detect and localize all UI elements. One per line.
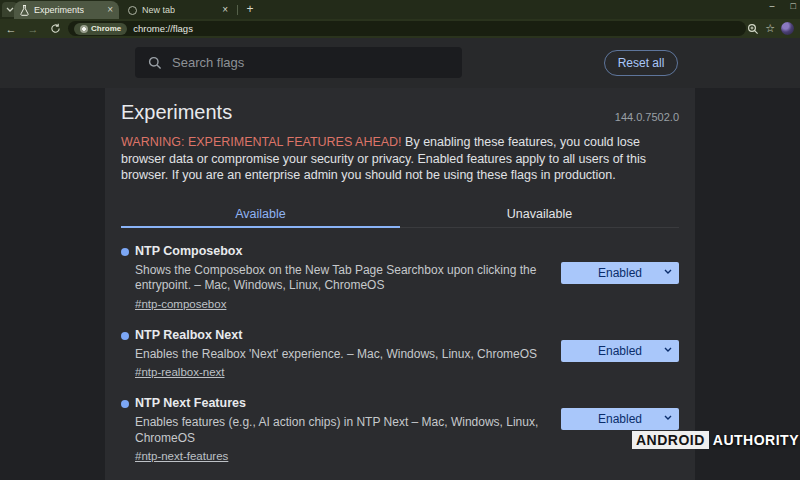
- forward-button[interactable]: →: [22, 23, 44, 35]
- search-flags-box[interactable]: [135, 47, 462, 78]
- chrome-logo-icon: [80, 25, 88, 33]
- flag-list: NTP Composebox Shows the Composebox on t…: [121, 244, 679, 465]
- chevron-down-icon: [664, 347, 672, 352]
- flag-state-value: Enabled: [561, 344, 679, 358]
- back-button[interactable]: ←: [0, 23, 22, 35]
- flag-state-select[interactable]: Enabled: [561, 340, 679, 362]
- tab-title: Experiments: [34, 5, 84, 15]
- chevron-down-icon: [6, 7, 14, 12]
- tab-unavailable[interactable]: Unavailable: [400, 202, 679, 227]
- search-icon: [148, 56, 162, 70]
- watermark-badge: ANDROID: [632, 431, 709, 449]
- profile-avatar[interactable]: [781, 22, 794, 35]
- flag-bullet-icon: [121, 248, 129, 256]
- tab-divider: [237, 5, 238, 15]
- active-tab-indicator: [121, 226, 400, 228]
- flag-permalink[interactable]: #ntp-next-features: [135, 450, 228, 462]
- flag-name: NTP Composebox: [135, 244, 679, 258]
- chrome-version: 144.0.7502.0: [615, 111, 679, 123]
- chrome-internal-chip[interactable]: Chrome: [74, 23, 127, 35]
- flag-state-value: Enabled: [561, 412, 679, 426]
- flag-state-value: Enabled: [561, 266, 679, 280]
- flag-description: Enables features (e.g., AI action chips)…: [135, 415, 567, 446]
- chip-label: Chrome: [91, 24, 121, 33]
- flag-bullet-icon: [121, 400, 129, 408]
- address-bar[interactable]: Chrome chrome://flags: [68, 21, 746, 36]
- page-title: Experiments: [121, 101, 679, 124]
- search-flags-input[interactable]: [172, 55, 449, 70]
- new-tab-favicon-icon: [128, 6, 137, 15]
- tab-new-tab[interactable]: New tab ×: [122, 1, 234, 19]
- chevron-down-icon: [664, 269, 672, 274]
- flag-permalink[interactable]: #ntp-composebox: [135, 298, 226, 310]
- toolbar-right: ☆: [747, 22, 800, 35]
- zoom-icon[interactable]: [747, 23, 759, 35]
- flag-description: Enables the Realbox 'Next' experience. –…: [135, 347, 567, 363]
- flag-permalink[interactable]: #ntp-realbox-next: [135, 366, 225, 378]
- close-tab-icon[interactable]: ×: [107, 5, 113, 15]
- page-head: Experiments 144.0.7502.0: [121, 101, 679, 124]
- tab-title: New tab: [142, 5, 175, 15]
- flag-row-ntp-realbox-next: NTP Realbox Next Enables the Realbox 'Ne…: [121, 328, 679, 381]
- warning-highlight: WARNING: EXPERIMENTAL FEATURES AHEAD!: [121, 135, 402, 149]
- reload-button[interactable]: [44, 23, 66, 34]
- browser-tab-strip: Experiments × New tab × + – □: [0, 0, 800, 19]
- flag-state-select[interactable]: Enabled: [561, 262, 679, 284]
- window-controls: – □: [770, 0, 796, 14]
- availability-tabs: Available Unavailable: [121, 202, 679, 228]
- flask-icon: [20, 5, 29, 16]
- watermark-text: AUTHORITY: [713, 432, 799, 448]
- flag-state-select[interactable]: Enabled: [561, 408, 679, 430]
- android-authority-watermark: ANDROID AUTHORITY: [632, 431, 799, 449]
- flag-description: Shows the Composebox on the New Tab Page…: [135, 263, 567, 294]
- new-tab-button[interactable]: +: [243, 2, 257, 16]
- url-text: chrome://flags: [133, 23, 193, 34]
- tab-available[interactable]: Available: [121, 202, 400, 227]
- reset-all-button[interactable]: Reset all: [604, 50, 678, 76]
- flag-row-ntp-next-features: NTP Next Features Enables features (e.g.…: [121, 396, 679, 464]
- experimental-warning: WARNING: EXPERIMENTAL FEATURES AHEAD! By…: [121, 134, 678, 184]
- tab-experiments[interactable]: Experiments ×: [14, 1, 119, 19]
- chevron-down-icon: [664, 415, 672, 420]
- close-tab-icon[interactable]: ×: [222, 5, 228, 15]
- flag-row-ntp-composebox: NTP Composebox Shows the Composebox on t…: [121, 244, 679, 312]
- browser-toolbar: ← → Chrome chrome://flags ☆: [0, 19, 800, 38]
- flags-search-header: Reset all: [0, 38, 800, 88]
- flag-bullet-icon: [121, 332, 129, 340]
- maximize-button[interactable]: □: [791, 0, 796, 14]
- flags-content: Experiments 144.0.7502.0 WARNING: EXPERI…: [105, 88, 695, 480]
- bookmark-star-icon[interactable]: ☆: [765, 23, 775, 34]
- minimize-button[interactable]: –: [770, 0, 775, 14]
